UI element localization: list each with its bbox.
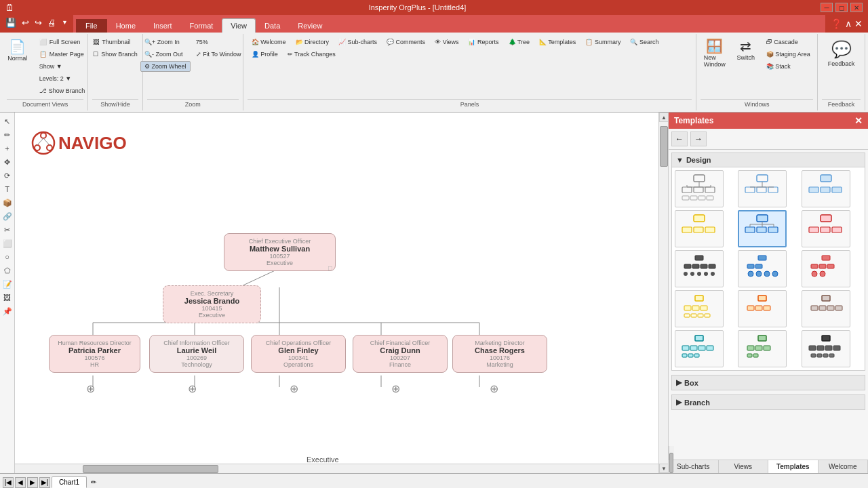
zoom-level-btn[interactable]: 75% — [192, 37, 245, 47]
zoom-wheel-btn[interactable]: ⚙ Zoom Wheel — [140, 61, 191, 72]
levels-btn[interactable]: Levels: 2 ▼ — [35, 73, 75, 84]
views-panel-btn[interactable]: 👁 Views — [431, 37, 462, 47]
show-branch-btn[interactable]: ⎇ Show Branch — [35, 85, 90, 96]
box-section-header[interactable]: ▶ Box — [671, 375, 865, 390]
redo-qa-btn[interactable]: ↪ — [33, 18, 43, 28]
scroll-down-arrow[interactable]: ▼ — [659, 464, 668, 473]
expand-0[interactable]: ⊕ — [86, 382, 95, 395]
tab-insert[interactable]: Insert — [144, 18, 181, 33]
cascade-btn[interactable]: 🗗 Cascade — [762, 37, 814, 47]
feedback-btn[interactable]: 💬 Feedback — [823, 37, 860, 70]
minimize-btn[interactable]: ─ — [821, 3, 833, 12]
poly-tool-btn[interactable]: ⬠ — [1, 264, 14, 277]
canvas-area[interactable]: NAVIGO Chief Executive Office — [15, 113, 668, 473]
prev-sheet-btn[interactable]: ◀ — [15, 477, 26, 488]
panel-back-btn[interactable]: ← — [671, 131, 688, 146]
select-tool-btn[interactable]: ↖ — [1, 115, 14, 127]
panel-forward-btn[interactable]: → — [690, 131, 707, 146]
rotate-tool-btn[interactable]: ⟳ — [1, 169, 14, 182]
tab-home[interactable]: Home — [107, 18, 144, 33]
tab-view[interactable]: View — [222, 18, 256, 33]
template-thumb-9[interactable] — [675, 290, 724, 327]
template-thumb-7[interactable] — [738, 250, 787, 287]
next-sheet-btn[interactable]: ▶ — [27, 477, 38, 488]
expand-3[interactable]: ⊕ — [391, 382, 400, 395]
scroll-thumb[interactable] — [660, 126, 668, 167]
qa-dropdown-icon[interactable]: ▼ — [60, 19, 69, 26]
directory-panel-btn[interactable]: 📂 Directory — [292, 37, 334, 47]
tab-review[interactable]: Review — [289, 18, 331, 33]
help-btn[interactable]: ❓ — [831, 18, 842, 29]
rect-tool-btn[interactable]: ⬜ — [1, 237, 14, 249]
panel-tab-views[interactable]: Views — [719, 460, 769, 473]
report-box-0[interactable]: Human Resources Director Patricia Parker… — [49, 335, 140, 373]
horizontal-scrollbar[interactable] — [15, 464, 658, 473]
vertical-scrollbar[interactable]: ▲ ▼ — [658, 113, 668, 473]
staging-area-btn[interactable]: 📦 Staging Area — [762, 49, 814, 60]
add-tool-btn[interactable]: + — [1, 142, 14, 155]
master-page-btn[interactable]: 📋 Master Page — [35, 49, 90, 60]
show-branch-check-btn[interactable]: ☐ Show Branch — [89, 49, 142, 60]
template-thumb-10[interactable] — [738, 290, 787, 327]
close-ribbon-btn[interactable]: ✕ — [854, 18, 863, 29]
edit-tool-btn[interactable]: ✏ — [1, 129, 14, 141]
h-scroll-thumb[interactable] — [83, 465, 218, 473]
fit-to-window-btn[interactable]: ⤢ Fit To Window — [192, 49, 245, 60]
expand-1[interactable]: ⊕ — [188, 382, 197, 395]
zoom-in-btn[interactable]: 🔍+ Zoom In — [140, 37, 191, 47]
panel-tab-welcome[interactable]: Welcome — [818, 460, 869, 473]
link-tool-btn[interactable]: 🔗 — [1, 210, 14, 222]
template-thumb-4[interactable] — [738, 210, 787, 247]
panel-close-btn[interactable]: ✕ — [854, 115, 863, 126]
branch-section-header[interactable]: ▶ Branch — [671, 394, 865, 410]
comments-panel-btn[interactable]: 💬 Comments — [382, 37, 429, 47]
pin-tool-btn[interactable]: 📌 — [1, 305, 14, 317]
box-tool-btn[interactable]: 📦 — [1, 197, 14, 209]
summary-panel-btn[interactable]: 📋 Summary — [581, 37, 625, 47]
templates-panel-btn[interactable]: 📐 Templates — [535, 37, 580, 47]
move-tool-btn[interactable]: ✥ — [1, 156, 14, 168]
welcome-panel-btn[interactable]: 🏠 Welcome — [248, 37, 290, 47]
expand-4[interactable]: ⊕ — [490, 382, 498, 395]
template-thumb-13[interactable] — [738, 330, 787, 367]
exec-sec-box[interactable]: Exec. Secretary Jessica Brando 100415 Ex… — [163, 285, 261, 323]
undo-qa-btn[interactable]: ↩ — [20, 18, 31, 28]
report-box-3[interactable]: Chief Financial Officer Craig Dunn 10020… — [353, 335, 448, 373]
search-panel-btn[interactable]: 🔍 Search — [626, 37, 663, 47]
thumbnail-btn[interactable]: 🖼 Thumbnail — [89, 37, 142, 47]
template-thumb-14[interactable] — [802, 330, 850, 367]
design-section-header[interactable]: ▼ Design — [671, 152, 865, 167]
template-thumb-11[interactable] — [802, 290, 850, 327]
profile-panel-btn[interactable]: 👤 Profile — [248, 49, 282, 60]
ceo-box[interactable]: Chief Executive Officer Matthew Sullivan… — [224, 233, 336, 271]
normal-view-btn[interactable]: 📄 Normal — [1, 37, 34, 65]
tab-format[interactable]: Format — [181, 18, 222, 33]
print-qa-btn[interactable]: 🖨 — [46, 18, 58, 28]
template-thumb-1[interactable] — [738, 170, 787, 207]
switch-btn[interactable]: ⇄ Switch — [732, 37, 760, 64]
restore-btn[interactable]: ◻ — [835, 3, 848, 12]
template-thumb-12[interactable] — [675, 330, 724, 367]
cut-tool-btn[interactable]: ✂ — [1, 224, 14, 236]
panel-tab-sub-charts[interactable]: Sub-charts — [669, 460, 719, 473]
tab-file[interactable]: File — [76, 19, 107, 33]
panel-tab-templates[interactable]: Templates — [768, 460, 818, 473]
stack-btn[interactable]: 📚 Stack — [762, 61, 814, 72]
note-tool-btn[interactable]: 📝 — [1, 278, 14, 290]
template-thumb-2[interactable] — [802, 170, 850, 207]
sheet-edit-btn[interactable]: ✏ — [88, 477, 99, 488]
new-window-btn[interactable]: 🪟 New Window — [700, 37, 730, 70]
sub-charts-panel-btn[interactable]: 📈 Sub-charts — [334, 37, 381, 47]
image-tool-btn[interactable]: 🖼 — [1, 291, 14, 304]
template-thumb-5[interactable] — [802, 210, 850, 247]
template-thumb-3[interactable] — [675, 210, 724, 247]
reports-panel-btn[interactable]: 📊 Reports — [464, 37, 502, 47]
tab-data[interactable]: Data — [256, 18, 289, 33]
report-box-4[interactable]: Marketing Director Chase Rogers 100176 M… — [452, 335, 547, 373]
template-thumb-8[interactable] — [802, 250, 850, 287]
save-qa-btn[interactable]: 💾 — [4, 18, 18, 28]
first-sheet-btn[interactable]: |◀ — [3, 477, 14, 488]
ellipse-tool-btn[interactable]: ○ — [1, 251, 14, 263]
full-screen-btn[interactable]: ⬜ Full Screen — [35, 37, 90, 47]
track-changes-panel-btn[interactable]: ✏ Track Changes — [283, 49, 340, 60]
